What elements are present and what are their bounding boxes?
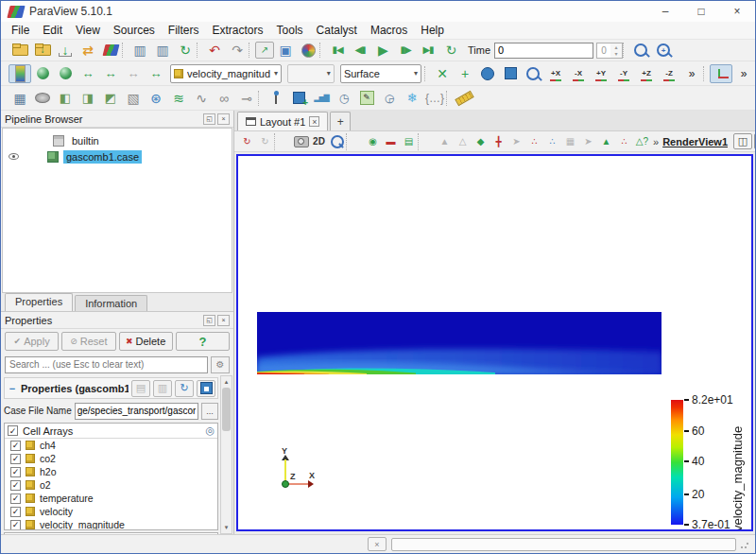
- first-frame-button[interactable]: ▮◀: [326, 41, 349, 60]
- histogram-button[interactable]: ▂▅▇: [310, 89, 333, 108]
- slice-filter-button[interactable]: ◨: [77, 89, 99, 108]
- view-plus-z-button[interactable]: +Z: [635, 64, 658, 83]
- interactive-select-points-data-button[interactable]: ∴: [525, 133, 543, 150]
- axes-overflow-button[interactable]: »: [732, 64, 755, 83]
- select-cells-polygon-button[interactable]: ▲: [436, 133, 454, 150]
- representation-combo[interactable]: Surface ▾: [340, 64, 421, 83]
- cell-arrays-checkbox[interactable]: ✓: [8, 425, 18, 436]
- select-cells-through-button[interactable]: ▤: [400, 133, 418, 150]
- save-defaults-button[interactable]: [197, 380, 215, 397]
- view-plus-y-button[interactable]: +Y: [590, 64, 612, 83]
- tab-information[interactable]: Information: [75, 295, 147, 311]
- group-datasets-filter-button[interactable]: ∞: [213, 89, 235, 108]
- close-button[interactable]: ×: [719, 1, 755, 22]
- camera-undo-button[interactable]: ↗: [255, 42, 274, 59]
- temporal-interpolator-button[interactable]: ❄: [401, 89, 423, 108]
- toggle-color-legend-button[interactable]: [9, 64, 31, 83]
- toggle-2d-interaction-button[interactable]: 2D: [310, 133, 328, 150]
- scroll-down-icon[interactable]: ▾: [221, 522, 232, 533]
- clip-filter-button[interactable]: ◧: [54, 89, 77, 108]
- copy-properties-button[interactable]: ▤: [131, 380, 150, 397]
- menu-item[interactable]: View: [69, 22, 107, 39]
- case-file-input[interactable]: [75, 403, 198, 420]
- close-dock-icon[interactable]: ×: [217, 113, 230, 125]
- collapse-icon[interactable]: −: [7, 383, 18, 394]
- load-palette-button[interactable]: [99, 41, 122, 60]
- select-points-on-button[interactable]: ▬: [382, 133, 400, 150]
- zoom-to-box-view-button[interactable]: [328, 133, 346, 150]
- cell-array-checkbox[interactable]: ✓: [10, 520, 21, 530]
- component-combo[interactable]: ▾: [287, 64, 335, 83]
- threshold-filter-button[interactable]: ◩: [99, 89, 122, 108]
- zoom-to-data-button[interactable]: [629, 41, 652, 60]
- auto-apply-toggle[interactable]: ⇄: [77, 41, 99, 60]
- radio-target-icon[interactable]: ◎: [205, 424, 215, 437]
- color-array-combo[interactable]: velocity_magnitude ▾: [170, 64, 282, 83]
- help-button[interactable]: ?: [176, 332, 230, 351]
- color-palette-button[interactable]: [297, 41, 319, 60]
- cell-arrays-header[interactable]: ✓ Cell Arrays ◎: [5, 424, 217, 439]
- close-dock-icon[interactable]: ×: [217, 315, 230, 326]
- stream-tracer-filter-button[interactable]: ≋: [167, 89, 190, 108]
- contour-filter-button[interactable]: [31, 89, 54, 108]
- view-plus-x-button[interactable]: +X: [544, 64, 567, 83]
- view-minus-z-button[interactable]: -Z: [658, 64, 680, 83]
- view-minus-x-button[interactable]: -X: [567, 64, 590, 83]
- zoom-to-data-over-time-button[interactable]: [652, 41, 675, 60]
- center-axes-visibility-toggle[interactable]: [710, 64, 732, 83]
- zoom-closest-to-data-button[interactable]: [476, 64, 499, 83]
- pipeline-item-builtin[interactable]: builtin: [3, 132, 232, 148]
- disconnect-button[interactable]: ▥: [151, 41, 174, 60]
- time-input[interactable]: [494, 43, 593, 59]
- delete-button[interactable]: ✖Delete: [119, 332, 173, 351]
- cell-array-row[interactable]: ✓ velocity: [5, 505, 217, 518]
- cell-array-checkbox[interactable]: ✓: [10, 480, 21, 491]
- select-block-button[interactable]: ◆: [472, 133, 490, 150]
- zoom-to-data-camera-button[interactable]: +: [454, 64, 476, 83]
- extract-subset-filter-button[interactable]: ▧: [122, 89, 145, 108]
- adjust-camera-button[interactable]: [292, 133, 310, 150]
- reset-button[interactable]: ⊘Reset: [61, 332, 115, 351]
- camera-overflow-button[interactable]: »: [680, 64, 703, 83]
- warp-by-vector-filter-button[interactable]: ∿: [190, 89, 213, 108]
- scrollbar-thumb[interactable]: [222, 388, 231, 431]
- gear-icon[interactable]: ⚙: [211, 356, 230, 373]
- selection-help-button[interactable]: △?: [633, 133, 651, 150]
- cancel-progress-button[interactable]: ×: [368, 537, 387, 551]
- visibility-eye-icon[interactable]: [9, 153, 19, 160]
- color-legend-bar[interactable]: 8.2e+01 60 40: [671, 400, 683, 525]
- cell-array-row[interactable]: ✓ co2: [5, 452, 217, 465]
- frame-spinner[interactable]: 0 ▴ ▾: [596, 43, 623, 59]
- python-calculator-button[interactable]: {…}: [423, 89, 446, 108]
- minimize-button[interactable]: –: [647, 1, 683, 22]
- connect-button[interactable]: ▥: [129, 41, 151, 60]
- interactive-select-cells-button[interactable]: ╋: [490, 133, 507, 150]
- menu-item[interactable]: Help: [414, 22, 451, 39]
- extract-group-filter-button[interactable]: ⊸: [235, 89, 258, 108]
- menu-item[interactable]: Extractors: [206, 22, 270, 39]
- float-dock-icon[interactable]: ◱: [203, 113, 215, 125]
- colorbar-title[interactable]: velocity_magnitude: [730, 394, 745, 531]
- render-view-label[interactable]: RenderView1: [662, 136, 728, 147]
- cell-array-row[interactable]: ✓ temperature: [5, 492, 217, 505]
- menu-item[interactable]: Edit: [36, 22, 69, 39]
- layout-tab[interactable]: Layout #1 ×: [237, 112, 328, 130]
- interactive-select-points-button[interactable]: ➤: [507, 133, 525, 150]
- scroll-up-icon[interactable]: ▴: [221, 376, 232, 388]
- tab-properties[interactable]: Properties: [5, 293, 73, 311]
- select-points-interactively-button[interactable]: ∴: [615, 133, 633, 150]
- previous-frame-button[interactable]: ◀▮: [349, 41, 371, 60]
- edit-color-map-button[interactable]: [31, 64, 54, 83]
- use-separate-color-map-button[interactable]: [54, 64, 77, 83]
- menu-item[interactable]: Tools: [270, 22, 310, 39]
- flow-field-visualization[interactable]: [257, 312, 662, 374]
- screenshot-button[interactable]: ▣: [274, 41, 297, 60]
- cell-array-row[interactable]: ✓ h2o: [5, 465, 217, 478]
- plot-over-line-button[interactable]: ✎: [355, 89, 378, 108]
- next-frame-button[interactable]: ▮▶: [394, 41, 417, 60]
- menu-item[interactable]: Sources: [107, 22, 162, 39]
- play-button[interactable]: ▶: [371, 41, 394, 60]
- calculator-filter-button[interactable]: ▦: [9, 89, 31, 108]
- select-cells-interactively-button[interactable]: ▲: [597, 133, 615, 150]
- split-horizontal-button[interactable]: ◫: [733, 133, 752, 149]
